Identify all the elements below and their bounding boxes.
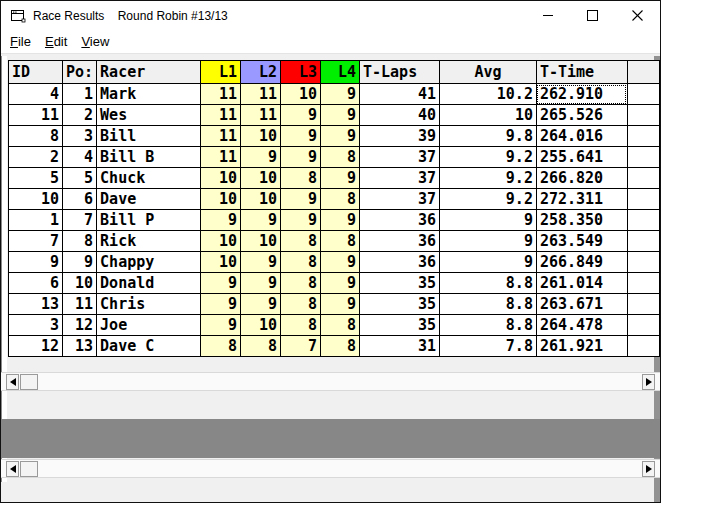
cell-pos[interactable]: 10 [62,273,96,294]
menu-file[interactable]: File [5,32,36,51]
cell-ttime[interactable]: 262.910 [536,84,627,105]
cell-tlaps[interactable]: 35 [359,315,439,336]
window-system-icon[interactable] [10,9,26,23]
cell-pos[interactable]: 9 [62,252,96,273]
cell-l3[interactable]: 9 [281,189,321,210]
cell-avg[interactable]: 9.2 [439,147,536,168]
cell-avg[interactable]: 9.8 [439,126,536,147]
cell-id[interactable]: 8 [9,126,63,147]
scroll-right-button[interactable] [642,374,655,390]
scrollbar-thumb[interactable] [20,461,38,477]
column-header-avg[interactable]: Avg [439,61,536,84]
cell-avg[interactable]: 9.2 [439,168,536,189]
cell-l3[interactable]: 9 [281,210,321,231]
cell-tlaps[interactable]: 35 [359,294,439,315]
cell-tlaps[interactable]: 36 [359,210,439,231]
cell-id[interactable]: 2 [9,147,63,168]
cell-l2[interactable]: 9 [241,147,281,168]
cell-ttime[interactable]: 265.526 [536,105,627,126]
scroll-left-button[interactable] [6,374,19,390]
cell-pos[interactable]: 8 [62,231,96,252]
cell-ttime[interactable]: 258.350 [536,210,627,231]
cell-l1[interactable]: 8 [201,336,241,357]
column-header-id[interactable]: ID [9,61,63,84]
cell-l1[interactable]: 11 [201,147,241,168]
cell-id[interactable]: 13 [9,294,63,315]
cell-id[interactable]: 7 [9,231,63,252]
cell-tlaps[interactable]: 35 [359,273,439,294]
cell-l1[interactable]: 11 [201,105,241,126]
column-header-extra[interactable] [627,61,659,84]
cell-extra[interactable] [627,315,659,336]
cell-racer[interactable]: Mark [97,84,201,105]
column-header-l2[interactable]: L2 [241,61,281,84]
cell-pos[interactable]: 3 [62,126,96,147]
cell-avg[interactable]: 10 [439,105,536,126]
cell-extra[interactable] [627,168,659,189]
cell-extra[interactable] [627,252,659,273]
cell-extra[interactable] [627,336,659,357]
column-header-racer[interactable]: Racer [97,61,201,84]
cell-racer[interactable]: Bill B [97,147,201,168]
cell-l4[interactable]: 9 [321,84,360,105]
cell-l3[interactable]: 9 [281,126,321,147]
cell-l3[interactable]: 8 [281,273,321,294]
cell-l1[interactable]: 9 [201,315,241,336]
cell-l4[interactable]: 9 [321,252,360,273]
cell-l4[interactable]: 8 [321,189,360,210]
cell-l3[interactable]: 8 [281,231,321,252]
cell-l2[interactable]: 10 [241,189,281,210]
cell-extra[interactable] [627,273,659,294]
cell-l3[interactable]: 8 [281,252,321,273]
cell-racer[interactable]: Dave C [97,336,201,357]
cell-pos[interactable]: 4 [62,147,96,168]
cell-l1[interactable]: 11 [201,126,241,147]
cell-racer[interactable]: Rick [97,231,201,252]
cell-pos[interactable]: 6 [62,189,96,210]
cell-tlaps[interactable]: 36 [359,231,439,252]
cell-l4[interactable]: 9 [321,126,360,147]
cell-l3[interactable]: 8 [281,294,321,315]
cell-l4[interactable]: 8 [321,147,360,168]
cell-l1[interactable]: 9 [201,273,241,294]
cell-id[interactable]: 3 [9,315,63,336]
column-header-tlaps[interactable]: T-Laps [359,61,439,84]
cell-tlaps[interactable]: 37 [359,168,439,189]
cell-ttime[interactable]: 266.820 [536,168,627,189]
cell-id[interactable]: 5 [9,168,63,189]
menu-view[interactable]: View [76,32,114,51]
cell-id[interactable]: 1 [9,210,63,231]
cell-l3[interactable]: 7 [281,336,321,357]
cell-extra[interactable] [627,294,659,315]
cell-ttime[interactable]: 266.849 [536,252,627,273]
cell-l3[interactable]: 9 [281,105,321,126]
cell-tlaps[interactable]: 37 [359,147,439,168]
cell-racer[interactable]: Bill P [97,210,201,231]
column-header-l1[interactable]: L1 [201,61,241,84]
cell-l1[interactable]: 10 [201,231,241,252]
cell-ttime[interactable]: 255.641 [536,147,627,168]
cell-tlaps[interactable]: 36 [359,252,439,273]
cell-l1[interactable]: 9 [201,210,241,231]
cell-tlaps[interactable]: 41 [359,84,439,105]
cell-pos[interactable]: 13 [62,336,96,357]
cell-racer[interactable]: Donald [97,273,201,294]
cell-l2[interactable]: 10 [241,168,281,189]
cell-l4[interactable]: 9 [321,210,360,231]
cell-avg[interactable]: 8.8 [439,315,536,336]
cell-racer[interactable]: Chappy [97,252,201,273]
cell-tlaps[interactable]: 37 [359,189,439,210]
cell-l3[interactable]: 8 [281,315,321,336]
cell-extra[interactable] [627,105,659,126]
maximize-button[interactable] [570,1,615,30]
cell-l1[interactable]: 10 [201,168,241,189]
cell-id[interactable]: 6 [9,273,63,294]
cell-l4[interactable]: 9 [321,168,360,189]
cell-tlaps[interactable]: 39 [359,126,439,147]
cell-ttime[interactable]: 261.014 [536,273,627,294]
cell-extra[interactable] [627,147,659,168]
cell-pos[interactable]: 7 [62,210,96,231]
cell-extra[interactable] [627,210,659,231]
cell-avg[interactable]: 9.2 [439,189,536,210]
cell-l2[interactable]: 10 [241,126,281,147]
